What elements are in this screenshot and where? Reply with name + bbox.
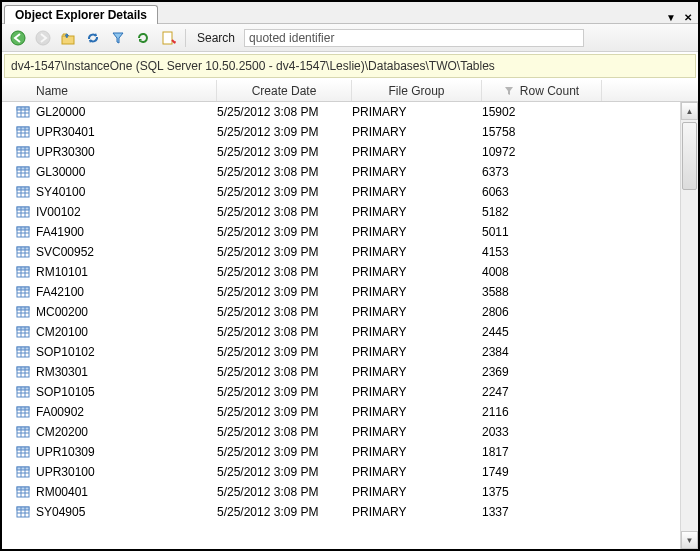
row-count: 2369 [482, 365, 602, 379]
svg-rect-50 [17, 287, 29, 290]
filter-button[interactable] [108, 28, 128, 48]
script-button[interactable] [158, 28, 178, 48]
svg-rect-85 [17, 427, 29, 430]
column-header-row-count[interactable]: Row Count [482, 80, 602, 101]
table-row[interactable]: SY401005/25/2012 3:09 PMPRIMARY6063 [2, 182, 680, 202]
row-create-date: 5/25/2012 3:09 PM [217, 405, 352, 419]
path-bar[interactable]: dv4-1547\InstanceOne (SQL Server 10.50.2… [4, 54, 696, 78]
up-button[interactable] [58, 28, 78, 48]
table-row[interactable]: UPR303005/25/2012 3:09 PMPRIMARY10972 [2, 142, 680, 162]
row-create-date: 5/25/2012 3:08 PM [217, 485, 352, 499]
table-row[interactable]: UPR103095/25/2012 3:09 PMPRIMARY1817 [2, 442, 680, 462]
table-row[interactable]: GL300005/25/2012 3:08 PMPRIMARY6373 [2, 162, 680, 182]
row-name: UPR30300 [36, 145, 95, 159]
table-icon [16, 485, 30, 499]
table-icon [16, 465, 30, 479]
back-button[interactable] [8, 28, 28, 48]
back-arrow-icon [10, 30, 26, 46]
table-icon [16, 145, 30, 159]
table-row[interactable]: RM303015/25/2012 3:08 PMPRIMARY2369 [2, 362, 680, 382]
table-row[interactable]: CM201005/25/2012 3:08 PMPRIMARY2445 [2, 322, 680, 342]
row-create-date: 5/25/2012 3:09 PM [217, 125, 352, 139]
refresh-button[interactable] [133, 28, 153, 48]
row-count: 1337 [482, 505, 602, 519]
table-row[interactable]: FA009025/25/2012 3:09 PMPRIMARY2116 [2, 402, 680, 422]
table-row[interactable]: UPR304015/25/2012 3:09 PMPRIMARY15758 [2, 122, 680, 142]
table-row[interactable]: MC002005/25/2012 3:08 PMPRIMARY2806 [2, 302, 680, 322]
pane-title-text: Object Explorer Details [15, 8, 147, 22]
row-create-date: 5/25/2012 3:08 PM [217, 365, 352, 379]
table-icon [16, 125, 30, 139]
row-name: SOP10102 [36, 345, 95, 359]
close-icon[interactable]: ✕ [684, 12, 692, 23]
svg-point-1 [36, 31, 50, 45]
table-row[interactable]: CM202005/25/2012 3:08 PMPRIMARY2033 [2, 422, 680, 442]
row-count: 3588 [482, 285, 602, 299]
svg-rect-80 [17, 407, 29, 410]
rows-container: GL200005/25/2012 3:08 PMPRIMARY15902UPR3… [2, 102, 680, 549]
svg-rect-105 [17, 507, 29, 510]
pane-title-tab[interactable]: Object Explorer Details [4, 5, 158, 24]
table-row[interactable]: RM101015/25/2012 3:08 PMPRIMARY4008 [2, 262, 680, 282]
table-row[interactable]: RM004015/25/2012 3:08 PMPRIMARY1375 [2, 482, 680, 502]
forward-button[interactable] [33, 28, 53, 48]
column-header-create-date[interactable]: Create Date [217, 80, 352, 101]
row-name: UPR10309 [36, 445, 95, 459]
row-file-group: PRIMARY [352, 225, 482, 239]
table-row[interactable]: FA419005/25/2012 3:09 PMPRIMARY5011 [2, 222, 680, 242]
row-create-date: 5/25/2012 3:09 PM [217, 225, 352, 239]
title-row: Object Explorer Details ▼ ✕ [2, 2, 698, 24]
row-create-date: 5/25/2012 3:09 PM [217, 245, 352, 259]
title-controls: ▼ ✕ [666, 12, 692, 23]
row-create-date: 5/25/2012 3:08 PM [217, 205, 352, 219]
table-row[interactable]: IV001025/25/2012 3:08 PMPRIMARY5182 [2, 202, 680, 222]
row-count: 2445 [482, 325, 602, 339]
scroll-up-button[interactable]: ▲ [681, 102, 698, 120]
search-label: Search [197, 31, 235, 45]
row-file-group: PRIMARY [352, 505, 482, 519]
forward-arrow-icon [35, 30, 51, 46]
column-header-file-group[interactable]: File Group [352, 80, 482, 101]
table-row[interactable]: SOP101055/25/2012 3:09 PMPRIMARY2247 [2, 382, 680, 402]
row-create-date: 5/25/2012 3:09 PM [217, 145, 352, 159]
vertical-scrollbar[interactable]: ▲ ▼ [680, 102, 698, 549]
row-file-group: PRIMARY [352, 165, 482, 179]
table-icon [16, 345, 30, 359]
row-create-date: 5/25/2012 3:08 PM [217, 425, 352, 439]
row-create-date: 5/25/2012 3:09 PM [217, 385, 352, 399]
row-count: 1375 [482, 485, 602, 499]
row-count: 2116 [482, 405, 602, 419]
table-row[interactable]: SOP101025/25/2012 3:09 PMPRIMARY2384 [2, 342, 680, 362]
table-row[interactable]: SY049055/25/2012 3:09 PMPRIMARY1337 [2, 502, 680, 522]
table-list-body: GL200005/25/2012 3:08 PMPRIMARY15902UPR3… [2, 102, 698, 549]
row-create-date: 5/25/2012 3:09 PM [217, 445, 352, 459]
svg-rect-20 [17, 167, 29, 170]
row-file-group: PRIMARY [352, 105, 482, 119]
svg-rect-10 [17, 127, 29, 130]
scroll-thumb[interactable] [682, 122, 697, 190]
search-input[interactable] [244, 29, 584, 47]
svg-rect-25 [17, 187, 29, 190]
table-icon [16, 165, 30, 179]
sync-button[interactable] [83, 28, 103, 48]
row-name: UPR30401 [36, 125, 95, 139]
svg-rect-45 [17, 267, 29, 270]
scroll-down-button[interactable]: ▼ [681, 531, 698, 549]
row-create-date: 5/25/2012 3:09 PM [217, 505, 352, 519]
svg-rect-15 [17, 147, 29, 150]
row-count: 15758 [482, 125, 602, 139]
table-row[interactable]: GL200005/25/2012 3:08 PMPRIMARY15902 [2, 102, 680, 122]
svg-rect-65 [17, 347, 29, 350]
table-row[interactable]: SVC009525/25/2012 3:09 PMPRIMARY4153 [2, 242, 680, 262]
scroll-track[interactable] [681, 120, 698, 531]
table-icon [16, 405, 30, 419]
column-header-name[interactable]: Name [2, 80, 217, 101]
table-row[interactable]: UPR301005/25/2012 3:09 PMPRIMARY1749 [2, 462, 680, 482]
table-row[interactable]: FA421005/25/2012 3:09 PMPRIMARY3588 [2, 282, 680, 302]
row-count: 2806 [482, 305, 602, 319]
row-name: SVC00952 [36, 245, 94, 259]
row-file-group: PRIMARY [352, 445, 482, 459]
row-name: FA41900 [36, 225, 84, 239]
refresh-icon [135, 30, 151, 46]
dropdown-arrow-icon[interactable]: ▼ [666, 12, 676, 23]
